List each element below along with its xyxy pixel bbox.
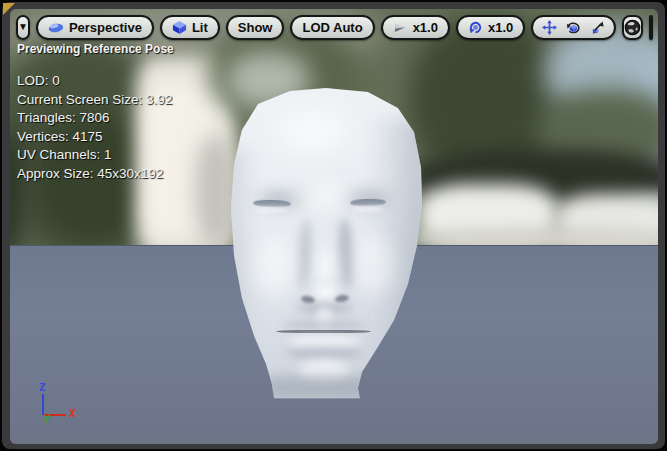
grid-snap-group: ▾ 10 ▾ (649, 15, 653, 40)
cheek-highlight-left (254, 236, 296, 298)
move-tool-icon[interactable] (542, 20, 557, 35)
world-coordinate-button[interactable] (622, 15, 643, 40)
axis-z-line (42, 394, 44, 415)
lit-label: Lit (192, 20, 208, 35)
lit-cube-icon (172, 20, 187, 35)
mesh-stats-block: LOD: 0 Current Screen Size: 3.92 Triangl… (17, 72, 172, 183)
chevron-down-icon: ▼ (18, 22, 28, 32)
axis-y-label: Y (44, 413, 51, 426)
stat-vertices: Vertices: 4175 (17, 128, 172, 147)
perspective-button[interactable]: Perspective (36, 15, 154, 40)
viewport-toolbar: ▼ Perspective Lit Show LOD Auto (16, 12, 654, 42)
preview-mode-label: Previewing Reference Pose (17, 42, 174, 56)
scale-tool-icon[interactable] (590, 20, 605, 35)
nose-shadow (297, 218, 313, 289)
lod-button[interactable]: LOD Auto (290, 15, 374, 40)
grid-snap-toggle[interactable] (649, 15, 653, 40)
backdrop-blob-pavement (195, 134, 237, 249)
axis-x-label: X (69, 407, 76, 420)
3d-viewport[interactable]: ▼ Perspective Lit Show LOD Auto (10, 9, 658, 444)
lit-mode-button[interactable]: Lit (160, 15, 220, 40)
chin-crease-shadow (285, 347, 363, 359)
show-label: Show (238, 20, 273, 35)
turntable-icon (468, 20, 483, 35)
transform-tools-group (531, 15, 616, 40)
lower-lid-right (352, 207, 384, 211)
rotate-tool-icon[interactable] (566, 20, 581, 35)
nostril-right (335, 294, 350, 303)
upper-lip-shadow (282, 320, 366, 330)
camera-speed-button[interactable]: x1.0 (381, 15, 450, 40)
lod-label: LOD Auto (302, 20, 362, 35)
cheek-highlight-right (352, 234, 394, 296)
globe-icon (624, 19, 641, 36)
camera-speed-label: x1.0 (413, 20, 438, 35)
turntable-speed-label: x1.0 (488, 20, 513, 35)
viewport-corner-marker[interactable] (3, 3, 15, 15)
axis-z-label: Z (39, 381, 46, 394)
camera-speed-icon (393, 21, 408, 33)
perspective-icon (48, 22, 64, 33)
stat-triangles: Triangles: 7806 (17, 109, 172, 128)
stat-lod: LOD: 0 (17, 72, 172, 91)
axis-gizmo: Z X Y (35, 378, 95, 428)
perspective-label: Perspective (69, 20, 142, 35)
viewport-options-button[interactable]: ▼ (16, 15, 30, 40)
stat-approx-size: Approx Size: 45x30x192 (17, 165, 172, 184)
show-menu-button[interactable]: Show (226, 15, 285, 40)
viewport-frame: ▼ Perspective Lit Show LOD Auto (2, 2, 665, 449)
mouth-line (276, 330, 371, 333)
stat-uv-channels: UV Channels: 1 (17, 146, 172, 165)
lower-lid-left (255, 208, 289, 212)
glabella-highlight (304, 174, 348, 216)
forehead-highlight (258, 96, 368, 168)
stat-screen-size: Current Screen Size: 3.92 (17, 91, 172, 110)
turntable-speed-button[interactable]: x1.0 (456, 15, 525, 40)
